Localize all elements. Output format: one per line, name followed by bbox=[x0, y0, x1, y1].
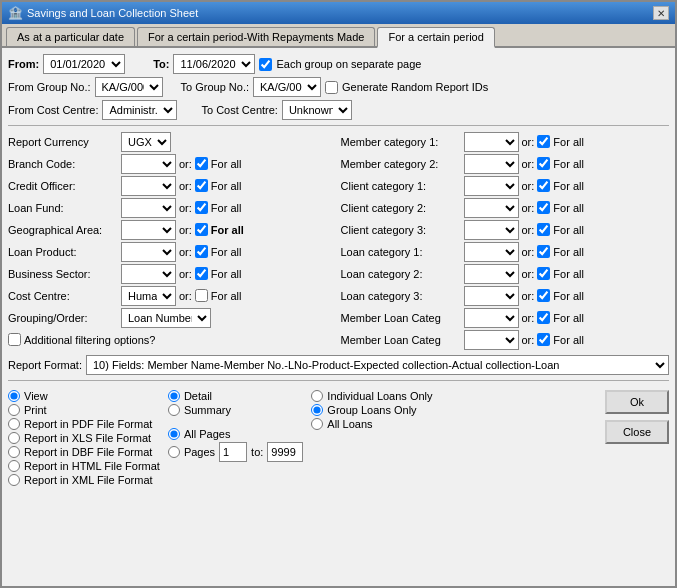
tab-with-repayments[interactable]: For a certain period-With Repayments Mad… bbox=[137, 27, 375, 46]
clicat2-select[interactable] bbox=[464, 198, 519, 218]
all-loans-option: All Loans bbox=[311, 418, 441, 430]
memcat1-select[interactable] bbox=[464, 132, 519, 152]
date-row: From: 01/01/2020 To: 11/06/2020 Each gro… bbox=[8, 54, 669, 74]
memloancat1-row: Member Loan Categ or: For all bbox=[341, 307, 670, 328]
tab-certain-period[interactable]: For a certain period bbox=[377, 27, 494, 48]
loancat2-check[interactable] bbox=[537, 267, 550, 280]
summary-label: Summary bbox=[184, 404, 231, 416]
memcat2-row: Member category 2: or: For all bbox=[341, 153, 670, 174]
group-radio[interactable] bbox=[311, 404, 323, 416]
html-option: Report in HTML File Format bbox=[8, 460, 160, 472]
costcent-select[interactable]: Human bbox=[121, 286, 176, 306]
close-button[interactable]: ✕ bbox=[653, 6, 669, 20]
to-cost-select[interactable]: Unknown bbox=[282, 100, 352, 120]
bizsect-forall-check[interactable] bbox=[195, 267, 208, 280]
memloancat2-check[interactable] bbox=[537, 333, 550, 346]
generate-random-checkbox[interactable] bbox=[325, 81, 338, 94]
additional-checkbox[interactable] bbox=[8, 333, 21, 346]
pages-radio[interactable] bbox=[168, 446, 180, 458]
loanprod-select[interactable] bbox=[121, 242, 176, 262]
branch-select[interactable] bbox=[121, 154, 176, 174]
loancat3-check[interactable] bbox=[537, 289, 550, 302]
tab-particular-date[interactable]: As at a particular date bbox=[6, 27, 135, 46]
pdf-radio[interactable] bbox=[8, 418, 20, 430]
memloancat2-select[interactable] bbox=[464, 330, 519, 350]
ok-button[interactable]: Ok bbox=[605, 390, 669, 414]
loancat1-check[interactable] bbox=[537, 245, 550, 258]
loanprod-forall-check[interactable] bbox=[195, 245, 208, 258]
action-buttons: Ok Close bbox=[605, 390, 669, 486]
geo-select[interactable] bbox=[121, 220, 176, 240]
each-group-label: Each group on separate page bbox=[276, 58, 421, 70]
from-date-input[interactable]: 01/01/2020 bbox=[43, 54, 125, 74]
loancat2-select[interactable] bbox=[464, 264, 519, 284]
clicat2-row: Client category 2: or: For all bbox=[341, 197, 670, 218]
to-label: To: bbox=[153, 58, 169, 70]
group-row: From Group No.: KA/G/000 To Group No.: K… bbox=[8, 77, 669, 97]
to-group-select[interactable]: KA/G/000 bbox=[253, 77, 321, 97]
from-cost-select[interactable]: Administr... bbox=[102, 100, 177, 120]
summary-option: Summary bbox=[168, 404, 303, 416]
memcat2-select[interactable] bbox=[464, 154, 519, 174]
clicat1-select[interactable] bbox=[464, 176, 519, 196]
pages-to-input[interactable] bbox=[267, 442, 303, 462]
credit-forall-check[interactable] bbox=[195, 179, 208, 192]
clicat3-check[interactable] bbox=[537, 223, 550, 236]
print-label: Print bbox=[24, 404, 47, 416]
costcent-label: Cost Centre: bbox=[8, 290, 118, 302]
costcent-forall-check[interactable] bbox=[195, 289, 208, 302]
to-cost-label: To Cost Centre: bbox=[201, 104, 277, 116]
xml-radio[interactable] bbox=[8, 474, 20, 486]
xls-radio[interactable] bbox=[8, 432, 20, 444]
close-button[interactable]: Close bbox=[605, 420, 669, 444]
grouporder-select[interactable]: Loan Number bbox=[121, 308, 211, 328]
dbf-radio[interactable] bbox=[8, 446, 20, 458]
loancat1-row: Loan category 1: or: For all bbox=[341, 241, 670, 262]
from-label: From: bbox=[8, 58, 39, 70]
individual-radio[interactable] bbox=[311, 390, 323, 402]
clicat3-select[interactable] bbox=[464, 220, 519, 240]
allpages-radio[interactable] bbox=[168, 428, 180, 440]
grouporder-label: Grouping/Order: bbox=[8, 312, 118, 324]
all-loans-label: All Loans bbox=[327, 418, 372, 430]
loanfund-select[interactable] bbox=[121, 198, 176, 218]
clicat2-check[interactable] bbox=[537, 201, 550, 214]
memcat2-check[interactable] bbox=[537, 157, 550, 170]
bizsect-select[interactable] bbox=[121, 264, 176, 284]
print-option: Print bbox=[8, 404, 160, 416]
format-label: Report Format: bbox=[8, 359, 82, 371]
additional-row: Additional filtering options? bbox=[8, 329, 337, 350]
branch-row: Branch Code: or: For all bbox=[8, 153, 337, 174]
clicat1-check[interactable] bbox=[537, 179, 550, 192]
loancat3-select[interactable] bbox=[464, 286, 519, 306]
memcat1-label: Member category 1: bbox=[341, 136, 461, 148]
memloancat1-select[interactable] bbox=[464, 308, 519, 328]
credit-select[interactable] bbox=[121, 176, 176, 196]
from-group-label: From Group No.: bbox=[8, 81, 91, 93]
geo-forall-check[interactable] bbox=[195, 223, 208, 236]
format-select[interactable]: 10) Fields: Member Name-Member No.-LNo-P… bbox=[86, 355, 669, 375]
detail-radio[interactable] bbox=[168, 390, 180, 402]
branch-forall-check[interactable] bbox=[195, 157, 208, 170]
from-group-select[interactable]: KA/G/000 bbox=[95, 77, 163, 97]
pages-from-input[interactable] bbox=[219, 442, 247, 462]
loanfund-forall-check[interactable] bbox=[195, 201, 208, 214]
dbf-label: Report in DBF File Format bbox=[24, 446, 152, 458]
summary-radio[interactable] bbox=[168, 404, 180, 416]
each-group-checkbox[interactable] bbox=[259, 58, 272, 71]
title-bar: 🏦 Savings and Loan Collection Sheet ✕ bbox=[2, 2, 675, 24]
geo-row: Geographical Area: or: For all bbox=[8, 219, 337, 240]
credit-row: Credit Officer: or: For all bbox=[8, 175, 337, 196]
currency-select[interactable]: UGX bbox=[121, 132, 171, 152]
loancat1-select[interactable] bbox=[464, 242, 519, 262]
view-radio[interactable] bbox=[8, 390, 20, 402]
to-date-input[interactable]: 11/06/2020 bbox=[173, 54, 255, 74]
memloancat2-label: Member Loan Categ bbox=[341, 334, 461, 346]
memloancat1-check[interactable] bbox=[537, 311, 550, 324]
html-radio[interactable] bbox=[8, 460, 20, 472]
all-loans-radio[interactable] bbox=[311, 418, 323, 430]
individual-label: Individual Loans Only bbox=[327, 390, 432, 402]
tab-bar: As at a particular date For a certain pe… bbox=[2, 24, 675, 48]
memcat1-check[interactable] bbox=[537, 135, 550, 148]
print-radio[interactable] bbox=[8, 404, 20, 416]
